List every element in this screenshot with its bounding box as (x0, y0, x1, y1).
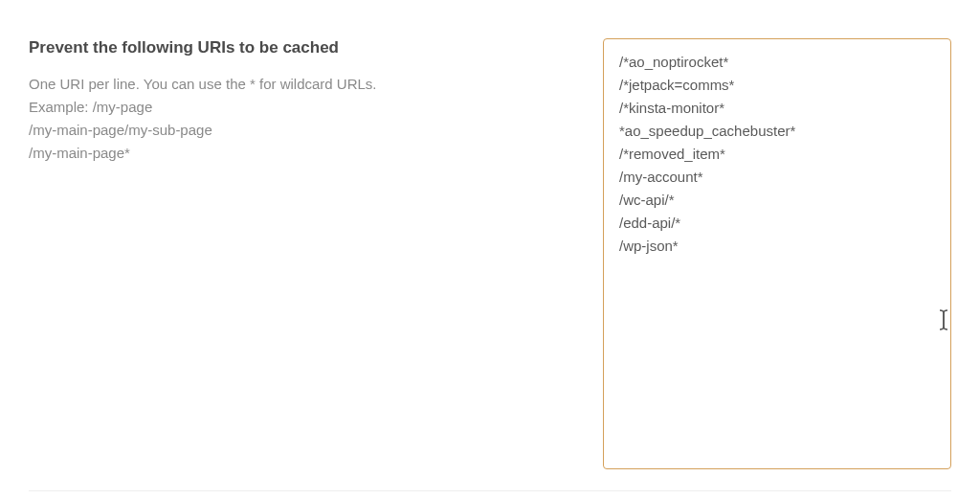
uri-exclusion-textarea[interactable] (603, 38, 951, 469)
section-divider (29, 490, 951, 491)
help-line: /my-main-page/my-sub-page (29, 119, 565, 142)
help-line: One URI per line. You can use the * for … (29, 73, 565, 96)
help-line: /my-main-page* (29, 142, 565, 165)
description-column: Prevent the following URIs to be cached … (29, 38, 565, 480)
input-column (603, 38, 951, 480)
help-line: Example: /my-page (29, 96, 565, 119)
help-text: One URI per line. You can use the * for … (29, 73, 565, 165)
section-title: Prevent the following URIs to be cached (29, 38, 565, 57)
settings-row: Prevent the following URIs to be cached … (29, 38, 951, 480)
